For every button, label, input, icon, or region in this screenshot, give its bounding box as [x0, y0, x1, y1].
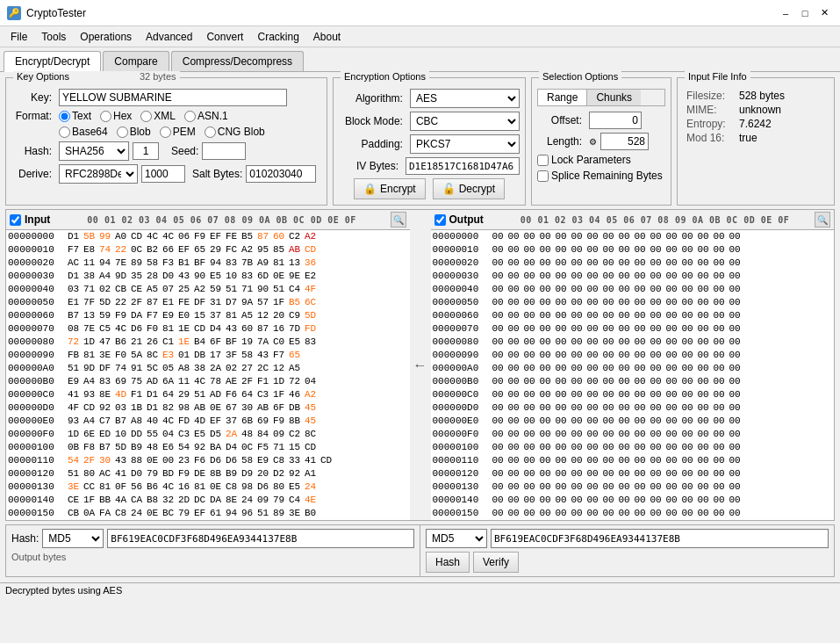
output-hex-row: 0000011000000000000000000000000000000000: [431, 454, 835, 467]
format-pem[interactable]: PEM: [160, 126, 196, 138]
menu-file[interactable]: File: [4, 29, 34, 45]
format-asn1[interactable]: ASN.1: [184, 110, 228, 122]
tab-compare[interactable]: Compare: [103, 51, 169, 71]
offset-input[interactable]: [589, 112, 642, 129]
input-hex-header: Input 00 01 02 03 04 05 06 07 08 09 0A 0…: [6, 210, 410, 230]
menu-cracking[interactable]: Cracking: [250, 29, 305, 45]
input-hex-panel: Input 00 01 02 03 04 05 06 07 08 09 0A 0…: [5, 209, 410, 521]
format-cng[interactable]: CNG Blob: [205, 126, 265, 138]
menu-bar: File Tools Operations Advanced Convert C…: [0, 26, 840, 47]
menu-about[interactable]: About: [306, 29, 348, 45]
bytes-label: 32 bytes: [140, 71, 176, 82]
info-table: Filesize: 528 bytes MIME: unknown Entrop…: [683, 89, 788, 145]
sel-tab-range[interactable]: Range: [538, 90, 587, 105]
tab-encrypt-decrypt[interactable]: Encrypt/Decrypt: [4, 51, 101, 72]
seed-input[interactable]: [202, 142, 246, 160]
hash-buttons-row: Hash Verify: [426, 552, 829, 573]
decrypt-button[interactable]: 🔓 Decrypt: [433, 178, 505, 199]
input-file-info-title: Input File Info: [685, 71, 750, 82]
output-hex-row: 0000003000000000000000000000000000000000: [431, 270, 835, 283]
salt-input[interactable]: [246, 165, 316, 183]
block-mode-select[interactable]: CBCECBCFBOFBCTR: [410, 112, 520, 131]
hash-row: Hash: SHA256MD5SHA1SHA512 Seed:: [11, 141, 321, 161]
output-hex-row: 0000015000000000000000000000000000000000: [431, 507, 835, 520]
input-hex-row: 00000090FB813EF05A8CE301DB173F5843F765: [6, 349, 410, 362]
input-hex-content[interactable]: 00000000D15B99A0CD4C4C06F9EFFEB58760C2A2…: [6, 230, 410, 520]
bottom-right-panel: MD5SHA1SHA256SHA512 Hash Verify: [420, 524, 835, 577]
format-text[interactable]: Text: [59, 110, 91, 122]
tab-compress-decompress[interactable]: Compress/Decompress: [171, 51, 304, 71]
output-hex-row: 000000C000000000000000000000000000000000: [431, 388, 835, 401]
hash-button[interactable]: Hash: [426, 552, 470, 573]
menu-operations[interactable]: Operations: [73, 29, 139, 45]
output-hex-row: 0000010000000000000000000000000000000000: [431, 441, 835, 454]
format-label: Format:: [11, 110, 55, 122]
length-label: Length:: [537, 135, 585, 148]
iv-label: IV Bytes:: [339, 160, 402, 172]
output-hex-cols: 00 01 02 03 04 05 06 07 08 09 0A 0B 0C 0…: [513, 215, 811, 225]
entropy-row: Entropy: 7.6242: [683, 117, 788, 131]
input-hex-row: 00000140CE1FBB4ACAB8322DDCDA8E240979C44E: [6, 494, 410, 507]
arrow-left-button[interactable]: ←: [413, 358, 427, 373]
menu-advanced[interactable]: Advanced: [139, 29, 199, 45]
padding-select[interactable]: PKCS7NoneZerosANSIX923ISO10126: [410, 134, 520, 154]
splice-remaining-label[interactable]: Splice Remaining Bytes: [537, 170, 663, 182]
hash-left-label: Hash:: [11, 532, 39, 545]
menu-tools[interactable]: Tools: [34, 29, 73, 45]
algo-select[interactable]: AESDES3DESRC4RSA: [410, 89, 520, 108]
algo-label: Algorithm:: [339, 92, 406, 105]
mime-value: unknown: [736, 103, 788, 117]
lock-icon: 🔒: [363, 183, 377, 195]
offset-label: Offset:: [537, 114, 585, 126]
format-xml[interactable]: XML: [140, 110, 176, 122]
encryption-options-panel: Encryption Options Algorithm: AESDES3DES…: [333, 77, 526, 206]
bottom-panels: Hash: MD5SHA1SHA256SHA512 Output bytes M…: [5, 524, 835, 577]
mime-label: MIME:: [683, 103, 736, 117]
output-checkbox[interactable]: [434, 214, 446, 226]
lock-params-label[interactable]: Lock Parameters: [537, 154, 631, 166]
encrypt-button[interactable]: 🔒 Encrypt: [354, 178, 426, 199]
key-input[interactable]: [59, 89, 287, 106]
input-checkbox[interactable]: [10, 214, 21, 226]
derive-select[interactable]: RFC2898Deri...: [59, 164, 138, 184]
algo-row: Algorithm: AESDES3DESRC4RSA: [339, 89, 520, 108]
lock-params-row: Lock Parameters: [537, 154, 665, 166]
hash-right-select[interactable]: MD5SHA1SHA256SHA512: [426, 529, 487, 548]
length-input[interactable]: [600, 133, 649, 150]
input-search-button[interactable]: 🔍: [391, 212, 406, 228]
output-hex-row: 0000008000000000000000000000000000000000: [431, 336, 835, 349]
lock-params-checkbox[interactable]: [537, 155, 549, 166]
entropy-value: 7.6242: [736, 117, 788, 131]
output-hex-content[interactable]: 0000000000000000000000000000000000000000…: [431, 230, 835, 520]
menu-convert[interactable]: Convert: [199, 29, 250, 45]
input-hex-row: 000000A0519DDF74915C05A8382A02272C12A5: [6, 362, 410, 375]
sel-tab-chunks[interactable]: Chunks: [587, 90, 641, 105]
input-hex-row: 00000040037102CBCEA50725A25951719051C44F: [6, 283, 410, 296]
key-label: Key:: [11, 91, 55, 104]
derive-num[interactable]: [141, 165, 185, 183]
padding-row: Padding: PKCS7NoneZerosANSIX923ISO10126: [339, 134, 520, 154]
output-hex-row: 0000000000000000000000000000000000000000: [431, 230, 835, 243]
format-blob[interactable]: Blob: [117, 126, 151, 138]
iv-input[interactable]: [406, 157, 520, 175]
key-row: Key:: [11, 89, 321, 106]
block-mode-label: Block Mode:: [339, 115, 406, 127]
hash-select[interactable]: SHA256MD5SHA1SHA512: [59, 141, 129, 161]
hash-num[interactable]: [133, 142, 159, 160]
format-base64[interactable]: Base64: [59, 126, 108, 138]
derive-label: Derive:: [11, 168, 55, 180]
output-hex-row: 000000F000000000000000000000000000000000: [431, 428, 835, 441]
verify-button[interactable]: Verify: [473, 552, 519, 573]
offset-row: Offset:: [537, 112, 665, 129]
input-hex-row: 000000B0E9A4836975AD6A114C78AE2FF11D7204: [6, 375, 410, 388]
close-button[interactable]: ✕: [815, 5, 833, 21]
format-hex[interactable]: Hex: [100, 110, 132, 122]
input-file-info-panel: Input File Info Filesize: 528 bytes MIME…: [677, 77, 835, 206]
hash-left-select[interactable]: MD5SHA1SHA256SHA512: [42, 529, 104, 548]
minimize-button[interactable]: –: [777, 5, 794, 21]
maximize-button[interactable]: □: [796, 5, 814, 21]
hash-right-value[interactable]: [491, 529, 829, 548]
output-search-button[interactable]: 🔍: [815, 212, 830, 228]
splice-remaining-checkbox[interactable]: [537, 170, 549, 182]
hash-left-value[interactable]: [107, 529, 414, 548]
